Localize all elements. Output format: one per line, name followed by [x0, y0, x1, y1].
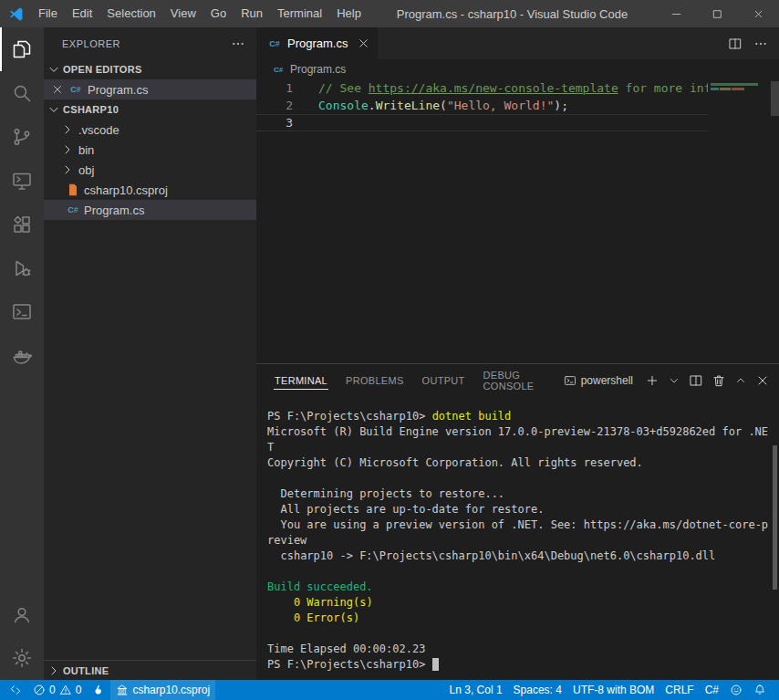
activity-bar-item-settings[interactable] [0, 636, 44, 680]
terminal-output[interactable]: PS F:\Projects\csharp10> dotnet buildMic… [256, 396, 779, 680]
activity-bar [0, 27, 44, 680]
open-editor-item[interactable]: Program.cs [44, 79, 256, 99]
terminal-line: Microsoft (R) Build Engine version 17.0.… [267, 424, 772, 455]
code-editor[interactable]: 1// See https://aka.ms/new-console-templ… [256, 79, 779, 363]
title-bar: FileEditSelectionViewGoRunTerminalHelp P… [0, 0, 779, 27]
terminal-line: You are using a preview version of .NET.… [267, 517, 772, 549]
split-terminal-icon[interactable] [689, 373, 703, 388]
panel-tab-output[interactable]: OUTPUT [413, 364, 474, 396]
breadcrumb-item[interactable]: Program.cs [290, 63, 346, 76]
close-editor-icon[interactable] [51, 83, 64, 96]
menu-view[interactable]: View [163, 0, 203, 27]
close-tab-icon[interactable] [357, 37, 370, 50]
status-bar: 00csharp10.csproj Ln 3, Col 1Spaces: 4UT… [0, 680, 779, 700]
status-language-mode[interactable]: C# [700, 680, 724, 700]
tree-item-obj[interactable]: obj [44, 160, 256, 180]
activity-bar-item-docker[interactable] [0, 334, 44, 378]
tree-item-label: obj [78, 163, 94, 177]
editor-tab-program-cs[interactable]: Program.cs [256, 27, 378, 59]
maximize-button[interactable] [697, 0, 738, 27]
line-number: 3 [256, 114, 293, 131]
status-encoding-label: UTF-8 with BOM [573, 684, 654, 696]
maximize-icon [711, 8, 723, 20]
editor-more-actions-icon[interactable] [753, 37, 768, 51]
close-panel-icon[interactable] [755, 373, 770, 388]
status-cursor-position[interactable]: Ln 3, Col 1 [444, 680, 508, 700]
search-icon [11, 82, 33, 104]
extensions-icon [11, 214, 33, 235]
tree-item-bin[interactable]: bin [44, 140, 256, 160]
csharp-file-icon [68, 82, 83, 97]
csharp-file-icon [66, 203, 80, 217]
status-remote-indicator[interactable] [4, 680, 27, 700]
errors-icon [33, 684, 46, 696]
tree-item-program-cs[interactable]: Program.cs [44, 200, 256, 220]
bell-icon [753, 684, 766, 696]
minimize-button[interactable] [656, 0, 697, 27]
explorer-sidebar: EXPLORER OPEN EDITORS Program.cs CSHARP1… [44, 27, 256, 680]
code-line: 3 [256, 114, 779, 131]
bottom-panel: TERMINALPROBLEMSOUTPUTDEBUG CONSOLE powe… [256, 363, 779, 680]
menu-help[interactable]: Help [329, 0, 369, 27]
status-feedback[interactable] [724, 680, 748, 700]
editor-group: Program.cs Program.cs 1// See https://ak… [256, 27, 779, 363]
workspace-folder-header[interactable]: CSHARP10 [44, 99, 256, 120]
window-title: Program.cs - csharp10 - Visual Studio Co… [369, 7, 656, 21]
status-omnisharp-flame[interactable] [87, 680, 110, 700]
error-count: 0 [49, 684, 56, 696]
status-encoding[interactable]: UTF-8 with BOM [567, 680, 660, 700]
tree-item-csharp10-csproj[interactable]: csharp10.csproj [44, 180, 256, 200]
status-notifications[interactable] [748, 680, 772, 700]
activity-bar-item-run-and-debug[interactable] [0, 246, 44, 290]
menu-run[interactable]: Run [234, 0, 270, 27]
split-editor-icon[interactable] [728, 37, 743, 51]
chevron-down-icon [47, 102, 61, 117]
breadcrumb[interactable]: Program.cs [256, 59, 779, 79]
activity-bar-item-terminal[interactable] [0, 290, 44, 334]
activity-bar-item-search[interactable] [0, 71, 44, 115]
menu-selection[interactable]: Selection [99, 0, 162, 27]
chevron-right-icon [60, 142, 75, 157]
status-eol-sequence[interactable]: CRLF [660, 680, 699, 700]
status-cursor-position-label: Ln 3, Col 1 [450, 684, 503, 696]
tree-item-label: csharp10.csproj [84, 183, 168, 197]
editor-scrollbar[interactable] [771, 81, 779, 116]
explorer-more-actions-icon[interactable] [231, 37, 245, 51]
terminal-dropdown-icon[interactable] [668, 374, 680, 387]
close-icon [753, 8, 764, 20]
status-indentation[interactable]: Spaces: 4 [508, 680, 567, 700]
maximize-panel-icon[interactable] [734, 374, 747, 387]
outline-header[interactable]: OUTLINE [44, 660, 256, 680]
panel-tab-problems[interactable]: PROBLEMS [337, 364, 413, 396]
vscode-logo-icon [0, 6, 31, 22]
menu-file[interactable]: File [31, 0, 65, 27]
menu-terminal[interactable]: Terminal [270, 0, 329, 27]
menu-bar: FileEditSelectionViewGoRunTerminalHelp [31, 0, 369, 27]
menu-edit[interactable]: Edit [65, 0, 99, 27]
activity-bar-item-extensions[interactable] [0, 203, 44, 246]
activity-bar-item-account[interactable] [0, 592, 44, 636]
minimap-line-mark [732, 88, 744, 90]
activity-bar-item-source-control[interactable] [0, 115, 44, 159]
new-terminal-icon[interactable] [645, 373, 660, 388]
kill-terminal-icon[interactable] [711, 373, 726, 388]
code-line-text [293, 114, 318, 131]
status-eol-sequence-label: CRLF [665, 684, 693, 696]
panel-tab-terminal[interactable]: TERMINAL [265, 364, 337, 396]
activity-bar-item-remote-explorer[interactable] [0, 159, 44, 203]
close-window-button[interactable] [738, 0, 779, 27]
minimap[interactable] [708, 79, 779, 363]
open-editors-header[interactable]: OPEN EDITORS [44, 59, 256, 79]
building-icon [116, 684, 129, 696]
terminal-line: PS F:\Projects\csharp10> [267, 657, 772, 673]
shell-selector[interactable]: powershell [564, 374, 633, 387]
chevron-right-icon [60, 162, 75, 177]
activity-bar-item-explorer[interactable] [0, 27, 44, 71]
open-editors-label: OPEN EDITORS [63, 64, 142, 75]
status-active-project[interactable]: csharp10.csproj [110, 680, 215, 700]
status-problems[interactable]: 00 [27, 680, 87, 700]
terminal-scrollbar[interactable] [773, 445, 777, 590]
tree-item-vscode[interactable]: .vscode [44, 120, 256, 140]
panel-tab-debug-console[interactable]: DEBUG CONSOLE [474, 364, 564, 396]
menu-go[interactable]: Go [203, 0, 234, 27]
